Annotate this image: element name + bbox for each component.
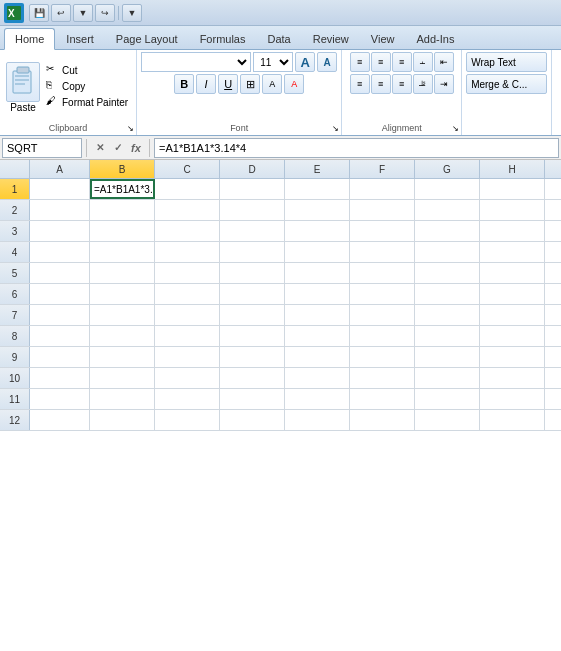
cell-g1[interactable] bbox=[415, 179, 480, 199]
cell-g7[interactable] bbox=[415, 305, 480, 325]
cell-c3[interactable] bbox=[155, 221, 220, 241]
cell-d5[interactable] bbox=[220, 263, 285, 283]
font-color-button[interactable]: A bbox=[284, 74, 304, 94]
cell-e4[interactable] bbox=[285, 242, 350, 262]
row-header-4[interactable]: 4 bbox=[0, 242, 30, 262]
cell-f3[interactable] bbox=[350, 221, 415, 241]
tab-home[interactable]: Home bbox=[4, 28, 55, 50]
align-outdent-button[interactable]: ⇥ bbox=[434, 74, 454, 94]
cell-a1[interactable] bbox=[30, 179, 90, 199]
cell-g5[interactable] bbox=[415, 263, 480, 283]
cell-e6[interactable] bbox=[285, 284, 350, 304]
cell-h7[interactable] bbox=[480, 305, 545, 325]
cell-a12[interactable] bbox=[30, 410, 90, 430]
cell-d8[interactable] bbox=[220, 326, 285, 346]
col-header-d[interactable]: D bbox=[220, 160, 285, 178]
cell-c8[interactable] bbox=[155, 326, 220, 346]
align-right-button[interactable]: ≡ bbox=[392, 74, 412, 94]
cell-b11[interactable] bbox=[90, 389, 155, 409]
cell-e7[interactable] bbox=[285, 305, 350, 325]
cell-a6[interactable] bbox=[30, 284, 90, 304]
alignment-expand-icon[interactable]: ↘ bbox=[452, 124, 459, 133]
confirm-formula-button[interactable]: ✓ bbox=[109, 139, 127, 157]
align-top-right-button[interactable]: ≡ bbox=[392, 52, 412, 72]
row-header-1[interactable]: 1 bbox=[0, 179, 30, 199]
cell-g11[interactable] bbox=[415, 389, 480, 409]
cell-g12[interactable] bbox=[415, 410, 480, 430]
row-header-6[interactable]: 6 bbox=[0, 284, 30, 304]
cell-b1[interactable]: =A1*B1A1*3.14*4 bbox=[90, 179, 155, 199]
cell-h1[interactable] bbox=[480, 179, 545, 199]
cell-f7[interactable] bbox=[350, 305, 415, 325]
cell-d3[interactable] bbox=[220, 221, 285, 241]
cell-h6[interactable] bbox=[480, 284, 545, 304]
underline-button[interactable]: U bbox=[218, 74, 238, 94]
cell-g10[interactable] bbox=[415, 368, 480, 388]
cell-g8[interactable] bbox=[415, 326, 480, 346]
row-header-11[interactable]: 11 bbox=[0, 389, 30, 409]
tab-formulas[interactable]: Formulas bbox=[189, 27, 257, 49]
format-painter-button[interactable]: 🖌 Format Painter bbox=[44, 94, 130, 110]
cell-f5[interactable] bbox=[350, 263, 415, 283]
wrap-text-button[interactable]: Wrap Text bbox=[466, 52, 547, 72]
cell-c9[interactable] bbox=[155, 347, 220, 367]
cell-b5[interactable] bbox=[90, 263, 155, 283]
cell-d1[interactable] bbox=[220, 179, 285, 199]
cell-h5[interactable] bbox=[480, 263, 545, 283]
tab-insert[interactable]: Insert bbox=[55, 27, 105, 49]
cell-h11[interactable] bbox=[480, 389, 545, 409]
col-header-c[interactable]: C bbox=[155, 160, 220, 178]
cell-f6[interactable] bbox=[350, 284, 415, 304]
save-button[interactable]: 💾 bbox=[29, 4, 49, 22]
cell-b8[interactable] bbox=[90, 326, 155, 346]
bold-button[interactable]: B bbox=[174, 74, 194, 94]
col-header-e[interactable]: E bbox=[285, 160, 350, 178]
tab-page-layout[interactable]: Page Layout bbox=[105, 27, 189, 49]
fill-color-button[interactable]: A bbox=[262, 74, 282, 94]
cell-e8[interactable] bbox=[285, 326, 350, 346]
cell-f10[interactable] bbox=[350, 368, 415, 388]
tab-data[interactable]: Data bbox=[256, 27, 301, 49]
corner-cell[interactable] bbox=[0, 160, 30, 178]
cell-h10[interactable] bbox=[480, 368, 545, 388]
clipboard-expand-icon[interactable]: ↘ bbox=[127, 124, 134, 133]
cell-e1[interactable] bbox=[285, 179, 350, 199]
paste-button[interactable]: Paste bbox=[6, 62, 40, 113]
col-header-f[interactable]: F bbox=[350, 160, 415, 178]
cell-a4[interactable] bbox=[30, 242, 90, 262]
cell-h12[interactable] bbox=[480, 410, 545, 430]
tab-review[interactable]: Review bbox=[302, 27, 360, 49]
row-header-3[interactable]: 3 bbox=[0, 221, 30, 241]
insert-function-button[interactable]: fx bbox=[127, 139, 145, 157]
tab-add-ins[interactable]: Add-Ins bbox=[405, 27, 465, 49]
cell-f2[interactable] bbox=[350, 200, 415, 220]
align-center-button[interactable]: ≡ bbox=[371, 74, 391, 94]
align-orient2-button[interactable]: ⫡ bbox=[413, 74, 433, 94]
cell-b12[interactable] bbox=[90, 410, 155, 430]
cell-h4[interactable] bbox=[480, 242, 545, 262]
cancel-formula-button[interactable]: ✕ bbox=[91, 139, 109, 157]
cell-f12[interactable] bbox=[350, 410, 415, 430]
copy-button[interactable]: ⎘ Copy bbox=[44, 78, 130, 94]
cell-g3[interactable] bbox=[415, 221, 480, 241]
cell-a2[interactable] bbox=[30, 200, 90, 220]
cell-e10[interactable] bbox=[285, 368, 350, 388]
font-size-select[interactable]: 11 bbox=[253, 52, 293, 72]
cell-a11[interactable] bbox=[30, 389, 90, 409]
customize-qa-button[interactable]: ▼ bbox=[122, 4, 142, 22]
cell-d9[interactable] bbox=[220, 347, 285, 367]
cell-a8[interactable] bbox=[30, 326, 90, 346]
row-header-7[interactable]: 7 bbox=[0, 305, 30, 325]
cell-e9[interactable] bbox=[285, 347, 350, 367]
cut-button[interactable]: ✂ Cut bbox=[44, 62, 130, 78]
cell-h8[interactable] bbox=[480, 326, 545, 346]
cell-g4[interactable] bbox=[415, 242, 480, 262]
name-box[interactable]: SQRT bbox=[2, 138, 82, 158]
undo-dropdown-button[interactable]: ▼ bbox=[73, 4, 93, 22]
cell-a9[interactable] bbox=[30, 347, 90, 367]
cell-b7[interactable] bbox=[90, 305, 155, 325]
font-name-select[interactable] bbox=[141, 52, 251, 72]
align-top-center-button[interactable]: ≡ bbox=[371, 52, 391, 72]
cell-e5[interactable] bbox=[285, 263, 350, 283]
cell-a10[interactable] bbox=[30, 368, 90, 388]
